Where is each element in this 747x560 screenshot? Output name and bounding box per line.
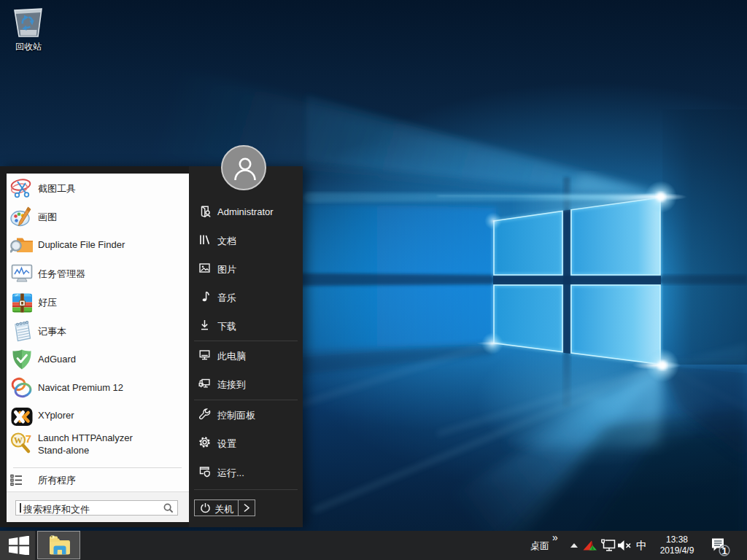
svg-text:W: W bbox=[14, 435, 23, 446]
svg-text:7: 7 bbox=[26, 432, 31, 445]
svg-text:1: 1 bbox=[721, 545, 727, 556]
